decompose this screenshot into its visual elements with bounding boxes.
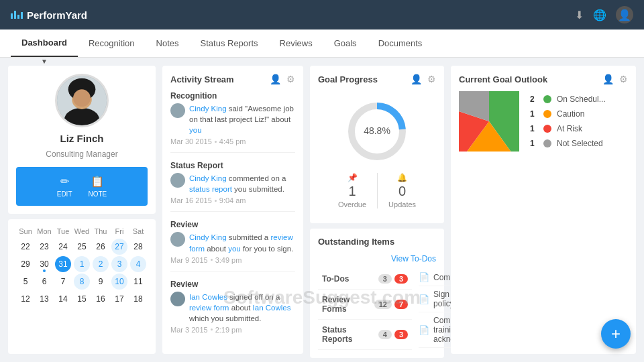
cal-cell[interactable]: 2 xyxy=(93,256,109,272)
cal-cell[interactable]: 23 xyxy=(36,239,52,255)
outlook-settings-icon[interactable]: ⚙ xyxy=(619,74,628,84)
note-label: NOTE xyxy=(89,190,107,198)
activity-text-4: Ian Cowles signed off on a review form a… xyxy=(189,292,295,324)
nav-reviews[interactable]: Reviews xyxy=(269,30,323,56)
cal-week-2: 29 30 31 1 2 3 4 xyxy=(16,255,148,273)
todos-label: To-Dos xyxy=(322,274,349,284)
nav-documents[interactable]: Documents xyxy=(368,30,433,56)
cal-cell[interactable]: 13 xyxy=(36,291,52,307)
ian-cowles-link-2[interactable]: Ian Cowles xyxy=(253,304,291,312)
time-dot xyxy=(215,141,217,143)
activity-review-1: Review Cindy King submitted a review for… xyxy=(170,220,295,271)
cal-cell[interactable]: 25 xyxy=(74,239,90,255)
nav-notes[interactable]: Notes xyxy=(146,30,190,56)
cal-week-3: 5 6 7 8 9 10 11 xyxy=(16,273,148,290)
legend-item-2: 1 At Risk xyxy=(530,124,606,133)
cal-cell[interactable]: 27 xyxy=(111,239,127,255)
cal-cell[interactable]: 30 xyxy=(36,256,52,272)
globe-icon[interactable]: 🌐 xyxy=(593,9,606,21)
logo-bar-2 xyxy=(14,11,16,19)
nav-dashboard[interactable]: Dashboard ▼ xyxy=(11,29,78,57)
cal-cell[interactable]: 10 xyxy=(111,274,127,290)
review-form-link-2[interactable]: review form xyxy=(189,304,229,312)
cal-cell[interactable]: 8 xyxy=(74,274,90,290)
goal-progress-icons: 👤 ⚙ xyxy=(411,74,436,84)
legend-dot-3 xyxy=(543,139,551,147)
pie-svg xyxy=(459,91,519,152)
cal-cell[interactable]: 6 xyxy=(36,274,52,290)
nav-arrow: ▼ xyxy=(41,58,48,65)
cal-cell[interactable]: 7 xyxy=(55,274,71,290)
logo-text: PerformYard xyxy=(27,9,87,21)
cal-cell-today[interactable]: 31 xyxy=(55,256,71,272)
todos-row: To-Dos 3 3 xyxy=(318,269,412,290)
cal-cell[interactable]: 4 xyxy=(130,256,146,272)
legend-count-0: 2 xyxy=(530,95,538,104)
outstanding-left: To-Dos 3 3 Review Forms 12 7 xyxy=(318,269,412,350)
legend-count-2: 1 xyxy=(530,124,538,133)
edit-icon: ✏ xyxy=(60,175,69,188)
activity-header: Activity Stream 👤 ⚙ xyxy=(170,74,295,84)
cal-day-fri: Fri xyxy=(110,227,129,235)
activity-row-3: Cindy King submitted a review form about… xyxy=(170,232,295,253)
cal-cell[interactable]: 28 xyxy=(130,239,146,255)
cal-week-1: 22 23 24 25 26 27 28 xyxy=(16,238,148,255)
you-link-1[interactable]: you xyxy=(189,126,202,134)
activity-review-2: Review Ian Cowles signed off on a review… xyxy=(170,280,295,341)
cal-cell[interactable]: 22 xyxy=(17,239,34,255)
activity-date-1: Mar 30 2015 xyxy=(170,137,212,145)
cal-cell[interactable]: 16 xyxy=(93,291,109,307)
edit-button[interactable]: ✏ EDIT xyxy=(57,175,72,198)
cindy-king-link-2[interactable]: Cindy King xyxy=(189,174,227,182)
overdue-count: 1 xyxy=(348,184,356,199)
avatar xyxy=(55,74,109,127)
donut-chart: 48.8% xyxy=(343,98,411,165)
activity-date-2: Mar 16 2015 xyxy=(170,196,212,204)
cal-cell[interactable]: 11 xyxy=(130,274,146,290)
settings-icon[interactable]: ⚙ xyxy=(286,74,295,84)
cal-cell[interactable]: 9 xyxy=(93,274,109,290)
cal-cell[interactable]: 17 xyxy=(111,291,127,307)
cal-cell[interactable]: 18 xyxy=(130,291,146,307)
cal-cell[interactable]: 3 xyxy=(111,256,127,272)
activity-status-report: Status Report Cindy King commented on a … xyxy=(170,161,295,212)
cal-cell[interactable]: 24 xyxy=(55,239,71,255)
cindy-king-link-1[interactable]: Cindy King xyxy=(189,105,227,113)
activity-row: Cindy King said "Awesome job on that las… xyxy=(170,103,295,135)
status-report-link[interactable]: status report xyxy=(189,185,232,193)
legend: 2 On Schedul... 1 Caution 1 At Risk xyxy=(530,95,606,148)
cal-cell[interactable]: 5 xyxy=(17,274,34,290)
fab-button[interactable]: + xyxy=(601,319,631,349)
outlook-panel-icons: 👤 ⚙ xyxy=(602,74,628,84)
nav-status-reports[interactable]: Status Reports xyxy=(190,30,269,56)
cindy-king-link-3[interactable]: Cindy King xyxy=(189,233,227,241)
legend-label-3: Not Selected xyxy=(557,139,603,148)
view-todos-link[interactable]: View To-Dos xyxy=(391,254,436,263)
cal-day-sun: Sun xyxy=(16,227,35,235)
ian-cowles-link-1[interactable]: Ian Cowles xyxy=(189,293,227,301)
cal-cell[interactable]: 26 xyxy=(93,239,109,255)
note-button[interactable]: 📋 NOTE xyxy=(89,175,107,198)
cal-cell[interactable]: 14 xyxy=(55,291,71,307)
goal-settings-icon[interactable]: ⚙ xyxy=(427,74,436,84)
activity-title: Activity Stream xyxy=(170,74,234,84)
legend-label-2: At Risk xyxy=(557,124,582,133)
logo-bar-1 xyxy=(11,13,13,19)
outlook-person-icon[interactable]: 👤 xyxy=(602,74,614,84)
goal-person-icon[interactable]: 👤 xyxy=(411,74,422,84)
calendar-header: Sun Mon Tue Wed Thu Fri Sat xyxy=(16,227,148,235)
outstanding-grid: To-Dos 3 3 Review Forms 12 7 xyxy=(318,269,436,350)
cal-day-wed: Wed xyxy=(72,227,91,235)
you-link-2[interactable]: you xyxy=(228,245,241,253)
cal-cell[interactable]: 1 xyxy=(74,256,90,272)
cal-cell[interactable]: 12 xyxy=(17,291,34,307)
user-icon[interactable]: 👤 xyxy=(616,6,633,23)
nav-goals[interactable]: Goals xyxy=(323,30,368,56)
calendar-card: Sun Mon Tue Wed Thu Fri Sat 22 23 24 25 … xyxy=(8,219,156,354)
nav-recognition[interactable]: Recognition xyxy=(78,30,146,56)
cal-cell[interactable]: 29 xyxy=(17,256,34,272)
legend-label-1: Caution xyxy=(557,109,584,119)
cal-cell[interactable]: 15 xyxy=(74,291,90,307)
download-icon[interactable]: ⬇ xyxy=(575,9,584,21)
person-icon[interactable]: 👤 xyxy=(270,74,281,84)
